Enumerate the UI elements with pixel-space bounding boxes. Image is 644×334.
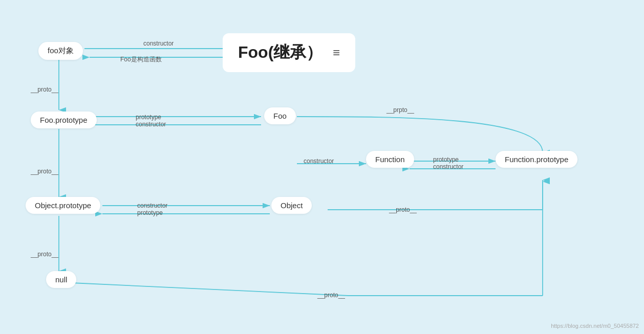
label-constructor-foo-func: constructor (304, 158, 334, 165)
node-foo: Foo (264, 107, 296, 124)
label-constructor-top: constructor (143, 40, 174, 47)
label-foo-constructor: Foo是构造函数 (120, 55, 162, 64)
menu-icon[interactable]: ≡ (333, 46, 340, 60)
node-foo-object: foo对象 (38, 42, 83, 60)
svg-line-14 (72, 283, 348, 296)
label-proto-constructor-1: prototypeconstructor (136, 114, 166, 128)
label-proto-bottom: __proto__ (317, 292, 345, 299)
node-object-prototype: Object.prototype (26, 197, 100, 214)
label-proto-3: __proto__ (31, 251, 58, 258)
page-title: Foo(继承） (238, 41, 323, 64)
watermark: https://blog.csdn.net/m0_50455872 (551, 323, 639, 329)
label-proto-constructor-func: prototypeconstructor (433, 156, 463, 170)
label-prpto: __prpto__ (387, 106, 414, 114)
title-box: Foo(继承） ≡ (223, 33, 355, 72)
node-null: null (46, 271, 76, 288)
label-proto-1: __proto__ (31, 86, 58, 93)
label-proto-obj-funcproto: __proto__ (389, 206, 417, 213)
node-function: Function (366, 151, 414, 168)
node-function-prototype: Function.prototype (496, 151, 577, 168)
diagram-container: Foo(继承） ≡ foo对象 Foo.prototype Object.pro… (0, 0, 644, 334)
label-proto-2: __proto__ (31, 168, 58, 175)
label-constructor-prototype: constructorprototype (137, 202, 167, 216)
node-foo-prototype: Foo.prototype (31, 112, 97, 128)
node-object: Object (271, 197, 312, 214)
